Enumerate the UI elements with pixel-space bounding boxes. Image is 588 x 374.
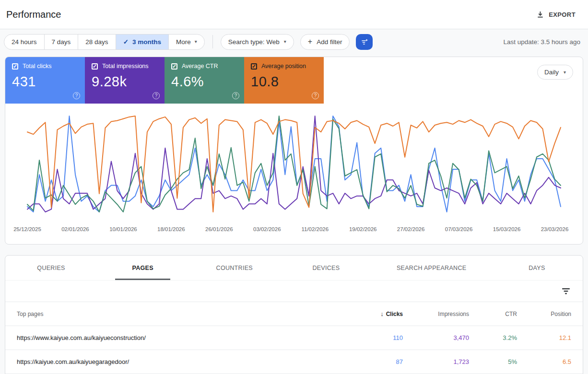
filter-bar: 24 hours 7 days 28 days ✓ 3 months More …	[0, 29, 588, 54]
chart-area[interactable]: 25/12/202502/01/202610/01/202618/01/2026…	[5, 104, 583, 237]
range-7-days[interactable]: 7 days	[45, 35, 79, 49]
svg-text:07/03/2026: 07/03/2026	[445, 226, 473, 232]
svg-text:19/02/2026: 19/02/2026	[349, 226, 377, 232]
svg-text:11/02/2026: 11/02/2026	[301, 226, 329, 232]
export-label: EXPORT	[549, 11, 576, 18]
ctr-value: 5%	[469, 358, 517, 365]
chevron-down-icon: ▾	[195, 39, 197, 44]
ai-filter-button[interactable]	[356, 34, 373, 50]
help-icon[interactable]: ?	[73, 92, 80, 99]
tab-queries[interactable]: QUERIES	[5, 256, 97, 280]
interval-selector-daily[interactable]: Daily ▾	[537, 65, 573, 80]
tab-countries[interactable]: COUNTRIES	[188, 256, 280, 280]
last-update-text: Last update: 3.5 hours ago	[503, 38, 580, 46]
tab-pages[interactable]: PAGES	[97, 256, 188, 280]
checkbox-checked-icon[interactable]: ✓	[251, 63, 257, 70]
clicks-value: 87	[346, 358, 403, 365]
table-header-row: Top pages ↓ Clicks Impressions CTR Posit…	[5, 302, 583, 326]
performance-chart-card: ✓Total clicks 431 ? ✓Total impressions 9…	[5, 57, 583, 245]
metric-card-total-impressions[interactable]: ✓Total impressions 9.28k ?	[85, 57, 165, 104]
page-title: Performance	[6, 9, 61, 20]
help-icon[interactable]: ?	[153, 92, 160, 99]
page-url-link[interactable]: https://kaiyue.com.au/kaiyuegaragedoor/	[17, 358, 346, 365]
help-icon[interactable]: ?	[312, 92, 319, 99]
range-more-dropdown[interactable]: More ▾	[169, 35, 204, 49]
sort-desc-icon: ↓	[380, 310, 384, 317]
range-24-hours[interactable]: 24 hours	[4, 35, 45, 49]
svg-text:25/12/2025: 25/12/2025	[13, 226, 41, 232]
export-button[interactable]: EXPORT	[537, 11, 576, 18]
plus-icon: +	[308, 38, 312, 46]
svg-text:27/02/2026: 27/02/2026	[397, 226, 425, 232]
svg-text:23/03/2026: 23/03/2026	[541, 226, 569, 232]
metric-card-total-clicks[interactable]: ✓Total clicks 431 ?	[5, 57, 85, 104]
metric-card-average-ctr[interactable]: ✓Average CTR 4.6% ?	[165, 57, 244, 104]
top-bar: Performance EXPORT	[0, 0, 588, 29]
col-header-ctr[interactable]: CTR	[469, 311, 517, 317]
metric-card-average-position[interactable]: ✓Average position 10.8 ?	[244, 57, 324, 104]
col-header-top-pages[interactable]: Top pages	[17, 311, 346, 317]
filter-rows-icon[interactable]	[562, 287, 570, 295]
metric-value: 9.28k	[92, 74, 159, 90]
table-toolbar	[5, 280, 583, 302]
checkbox-checked-icon[interactable]: ✓	[171, 63, 177, 70]
chevron-down-icon: ▾	[284, 39, 286, 44]
clicks-value: 110	[346, 334, 403, 341]
ctr-value: 3.2%	[469, 334, 517, 341]
position-value: 6.5	[517, 358, 571, 365]
table-row[interactable]: https://www.kaiyue.com.au/kaiyueconstruc…	[5, 326, 583, 350]
svg-text:03/02/2026: 03/02/2026	[253, 226, 281, 232]
range-28-days[interactable]: 28 days	[78, 35, 116, 49]
impressions-value: 3,470	[403, 334, 469, 341]
position-value: 12.1	[517, 334, 571, 341]
col-header-impressions[interactable]: Impressions	[403, 311, 469, 317]
svg-text:10/01/2026: 10/01/2026	[109, 226, 137, 232]
checkbox-checked-icon[interactable]: ✓	[12, 63, 18, 70]
checkbox-checked-icon[interactable]: ✓	[92, 63, 98, 70]
svg-text:02/01/2026: 02/01/2026	[61, 226, 89, 232]
performance-chart: 25/12/202502/01/202610/01/202618/01/2026…	[5, 108, 583, 237]
metric-value: 4.6%	[171, 74, 238, 90]
table-row[interactable]: https://kaiyue.com.au/kaiyuegaragedoor/ …	[5, 350, 583, 374]
metric-value: 10.8	[251, 74, 318, 90]
svg-text:26/01/2026: 26/01/2026	[205, 226, 233, 232]
col-header-position[interactable]: Position	[517, 311, 571, 317]
svg-text:18/01/2026: 18/01/2026	[157, 226, 185, 232]
divider	[212, 35, 213, 48]
col-header-clicks[interactable]: ↓ Clicks	[346, 310, 403, 317]
date-range-segmented-control: 24 hours 7 days 28 days ✓ 3 months More …	[4, 34, 205, 50]
tab-days[interactable]: DAYS	[491, 256, 583, 280]
help-icon[interactable]: ?	[232, 92, 239, 99]
dimension-tabs: QUERIES PAGES COUNTRIES DEVICES SEARCH A…	[5, 256, 583, 280]
main-content: ✓Total clicks 431 ? ✓Total impressions 9…	[0, 54, 588, 374]
chevron-down-icon: ▾	[564, 70, 566, 75]
page-url-link[interactable]: https://www.kaiyue.com.au/kaiyueconstruc…	[17, 334, 346, 341]
download-icon	[537, 11, 544, 18]
metric-cards-row: ✓Total clicks 431 ? ✓Total impressions 9…	[5, 57, 583, 104]
search-type-dropdown[interactable]: Search type: Web ▾	[221, 34, 294, 50]
check-icon: ✓	[123, 38, 129, 46]
metric-value: 431	[12, 74, 79, 90]
svg-text:15/03/2026: 15/03/2026	[493, 226, 521, 232]
range-3-months[interactable]: ✓ 3 months	[116, 35, 169, 49]
tab-devices[interactable]: DEVICES	[280, 256, 372, 280]
dimensions-table-card: QUERIES PAGES COUNTRIES DEVICES SEARCH A…	[5, 255, 583, 374]
tab-search-appearance[interactable]: SEARCH APPEARANCE	[372, 256, 491, 280]
impressions-value: 1,723	[403, 358, 469, 365]
filter-sparkle-icon	[360, 37, 369, 46]
add-filter-button[interactable]: + Add filter	[300, 34, 350, 50]
